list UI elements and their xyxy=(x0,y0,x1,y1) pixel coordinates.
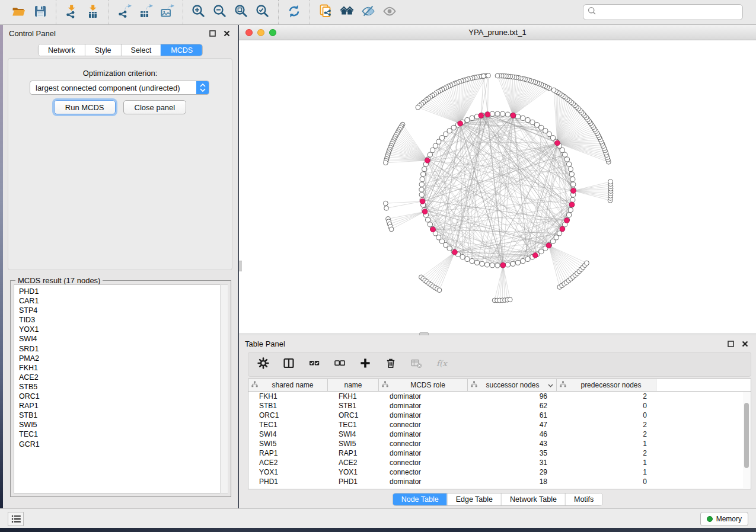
cell-name: YOX1 xyxy=(328,468,379,476)
tab-network-table[interactable]: Network Table xyxy=(501,493,565,505)
table-settings-button[interactable] xyxy=(256,357,271,372)
zoom-out-button[interactable] xyxy=(209,2,231,23)
column-header-name[interactable]: name xyxy=(328,379,379,391)
column-header-MCDS-role[interactable]: MCDS role xyxy=(379,379,468,391)
table-scrollbar-thumb[interactable] xyxy=(744,403,749,468)
show-columns-button[interactable] xyxy=(281,357,296,372)
float-panel-icon[interactable] xyxy=(207,28,218,39)
table-row[interactable]: FKH1FKH1dominator962 xyxy=(248,392,751,401)
add-column-button[interactable] xyxy=(358,357,373,372)
zoom-selected-button[interactable] xyxy=(252,2,273,23)
tab-motifs[interactable]: Motifs xyxy=(565,493,602,505)
apply-layout-button[interactable] xyxy=(283,2,305,23)
import-table-button[interactable] xyxy=(82,2,104,23)
tab-node-table[interactable]: Node Table xyxy=(393,493,447,505)
open-session-button[interactable] xyxy=(8,2,30,23)
table-row[interactable]: SWI5SWI5connector431 xyxy=(248,439,751,448)
network-window-titlebar[interactable]: YPA_prune.txt_1 xyxy=(239,25,756,40)
mcds-result-item[interactable]: TID3 xyxy=(19,315,227,325)
tab-style[interactable]: Style xyxy=(85,44,121,56)
close-panel-icon[interactable] xyxy=(221,28,232,39)
cell-MCDS-role: dominator xyxy=(379,477,468,486)
import-table-file-button xyxy=(409,357,424,372)
desktop-wallpaper-bottom xyxy=(0,528,756,532)
table-row[interactable]: TEC1TEC1connector472 xyxy=(248,420,751,430)
export-image-button[interactable] xyxy=(157,2,178,23)
column-header-predecessor-nodes[interactable]: predecessor nodes xyxy=(557,379,656,391)
cell-shared-name: PHD1 xyxy=(248,477,328,486)
search-input[interactable] xyxy=(599,8,738,17)
table-scrollbar[interactable] xyxy=(743,392,750,488)
table-row[interactable]: ACE2ACE2connector311 xyxy=(248,458,751,467)
mcds-result-item[interactable]: TEC1 xyxy=(19,430,227,439)
cell-successor-nodes: 31 xyxy=(468,459,557,467)
cell-shared-name: YOX1 xyxy=(248,468,328,476)
run-mcds-button[interactable]: Run MCDS xyxy=(54,100,116,114)
table-row[interactable]: SWI4SWI4dominator462 xyxy=(248,430,751,439)
mcds-result-item[interactable]: SWI5 xyxy=(19,420,227,430)
import-network-button[interactable] xyxy=(61,2,82,23)
export-table-button[interactable] xyxy=(135,2,157,23)
close-panel-button[interactable]: Close panel xyxy=(123,100,187,114)
delete-column-button[interactable] xyxy=(383,357,398,372)
criterion-dropdown[interactable]: largest connected component (undirected) xyxy=(30,81,209,95)
first-neighbors-button[interactable] xyxy=(336,2,358,23)
mcds-result-item[interactable]: CAR1 xyxy=(19,296,227,306)
cell-successor-nodes: 47 xyxy=(468,421,557,429)
export-network-button[interactable] xyxy=(114,2,135,23)
mcds-result-item[interactable]: FKH1 xyxy=(19,363,227,373)
tab-network[interactable]: Network xyxy=(39,44,85,56)
search-box[interactable] xyxy=(583,4,743,20)
table-row[interactable]: YOX1YOX1connector291 xyxy=(248,467,751,477)
column-header-shared-name[interactable]: shared name xyxy=(248,379,328,391)
float-table-panel-icon[interactable] xyxy=(725,338,736,349)
mcds-result-item[interactable]: SWI4 xyxy=(19,334,227,344)
table-row[interactable]: PHD1PHD1dominator180 xyxy=(248,477,751,486)
mcds-result-item[interactable]: RAP1 xyxy=(19,401,227,411)
mcds-result-item[interactable]: STP4 xyxy=(19,306,227,315)
tab-edge-table[interactable]: Edge Table xyxy=(447,493,501,505)
cell-successor-nodes: 96 xyxy=(468,392,557,400)
vertical-splitter-grip[interactable] xyxy=(239,261,242,271)
mcds-result-item[interactable]: GCR1 xyxy=(19,440,227,449)
column-header-successor-nodes[interactable]: successor nodes xyxy=(468,379,557,391)
mcds-result-item[interactable]: ACE2 xyxy=(19,373,227,382)
mcds-result-title: MCDS result (17 nodes) xyxy=(15,276,103,285)
window-close-light[interactable] xyxy=(245,29,253,36)
cell-shared-name: SWI5 xyxy=(248,440,328,448)
mcds-result-item[interactable]: PMA2 xyxy=(19,354,227,363)
save-session-button[interactable] xyxy=(30,2,51,23)
memory-button[interactable]: Memory xyxy=(700,512,748,526)
cell-successor-nodes: 18 xyxy=(468,477,557,486)
zoom-fit-button[interactable] xyxy=(231,2,252,23)
hide-selected-button[interactable] xyxy=(358,2,379,23)
show-all-button[interactable] xyxy=(379,2,400,23)
table-row[interactable]: RAP1RAP1dominator352 xyxy=(248,448,751,458)
mcds-result-item[interactable]: STB1 xyxy=(19,411,227,420)
mcds-result-list[interactable]: PHD1CAR1STP4TID3YOX1SWI4SRD1PMA2FKH1ACE2… xyxy=(14,284,228,493)
mcds-result-item[interactable]: YOX1 xyxy=(19,325,227,334)
table-row[interactable]: STB1STB1dominator620 xyxy=(248,401,751,411)
mcds-result-item[interactable]: ORC1 xyxy=(19,392,227,401)
network-panel: YPA_prune.txt_1 xyxy=(239,25,756,333)
mcds-result-item[interactable]: SRD1 xyxy=(19,344,227,354)
mcds-list-scrollbar[interactable] xyxy=(220,284,228,493)
select-all-button[interactable] xyxy=(307,357,322,372)
new-network-from-selection-button[interactable] xyxy=(315,2,336,23)
cell-MCDS-role: dominator xyxy=(379,411,468,419)
tab-select[interactable]: Select xyxy=(121,44,161,56)
mcds-result-item[interactable]: STB5 xyxy=(19,382,227,392)
task-history-button[interactable] xyxy=(8,512,24,526)
close-table-panel-icon[interactable] xyxy=(739,338,750,349)
zoom-in-button[interactable] xyxy=(188,2,209,23)
cell-MCDS-role: dominator xyxy=(379,430,468,438)
deselect-all-button[interactable] xyxy=(332,357,347,372)
table-row[interactable]: ORC1ORC1dominator610 xyxy=(248,411,751,420)
mcds-result-item[interactable]: PHD1 xyxy=(19,287,227,296)
window-minimize-light[interactable] xyxy=(257,29,264,36)
window-zoom-light[interactable] xyxy=(269,29,276,36)
houses-icon xyxy=(339,4,355,21)
cell-predecessor-nodes: 0 xyxy=(557,402,656,410)
network-canvas[interactable] xyxy=(239,40,756,332)
tab-mcds[interactable]: MCDS xyxy=(161,44,202,56)
